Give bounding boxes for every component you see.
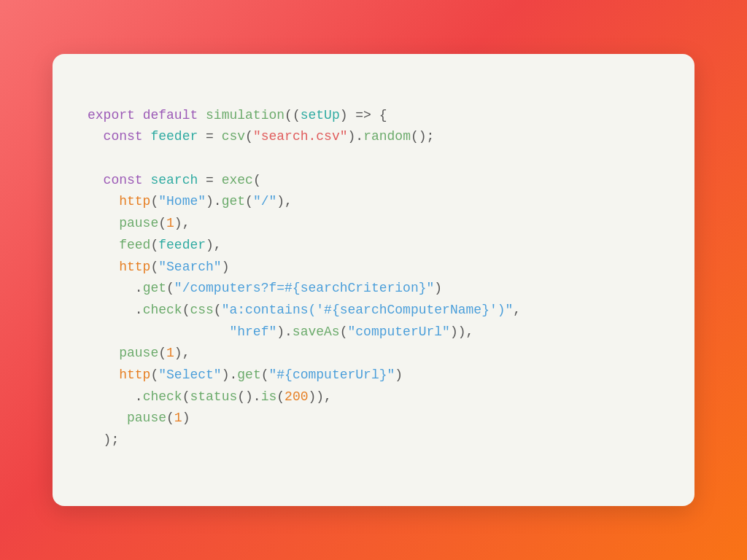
- line-6: pause(1),: [88, 216, 190, 230]
- line-11: "href").saveAs("computerUrl")),: [88, 324, 473, 339]
- line-1: export default simulation((setUp) => {: [88, 108, 387, 122]
- line-12: pause(1),: [88, 346, 190, 360]
- line-7: feed(feeder),: [88, 238, 222, 252]
- line-5: http("Home").get("/"),: [88, 194, 293, 209]
- line-9: .get("/computers?f=#{searchCriterion}"): [88, 281, 442, 295]
- line-2: const feeder = csv("search.csv").random(…: [88, 129, 434, 144]
- line-14: .check(status().is(200)),: [88, 389, 332, 404]
- line-13: http("Select").get("#{computerUrl}"): [88, 368, 403, 382]
- line-16: );: [88, 432, 119, 447]
- line-4: const search = exec(: [88, 173, 261, 187]
- code-card: export default simulation((setUp) => { c…: [53, 54, 694, 506]
- line-10: .check(css("a:contains('#{searchComputer…: [88, 303, 521, 317]
- line-15: pause(1): [88, 411, 190, 425]
- code-block: export default simulation((setUp) => { c…: [88, 83, 659, 472]
- line-8: http("Search"): [88, 260, 229, 274]
